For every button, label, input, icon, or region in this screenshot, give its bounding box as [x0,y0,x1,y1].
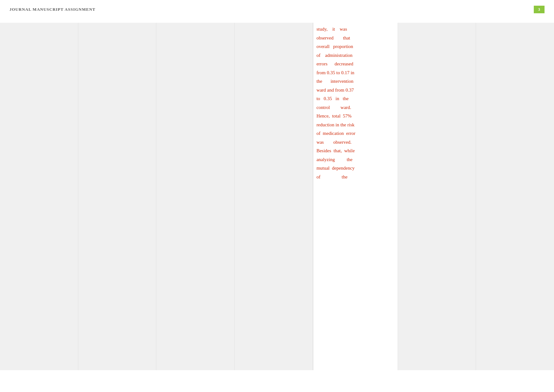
page-header: JOURNAL MANUSCRIPT ASSIGNMENT 3 [0,0,554,16]
text-line: of administration [316,51,394,60]
text-line: reduction in the risk [316,121,394,129]
text-line: analyzing the [316,156,394,164]
text-line: study, it was [316,25,394,33]
text-line: observed that [316,34,394,42]
page-number-badge: 3 [534,6,545,13]
column-7 [476,23,554,370]
column-1 [0,23,78,370]
text-line: mutual dependency [316,164,394,172]
text-line: overall proportion [316,43,394,51]
column-6 [398,23,476,370]
journal-title: JOURNAL MANUSCRIPT ASSIGNMENT [9,7,95,12]
text-line: of medication error [316,130,394,138]
text-line: ward and from 0.37 [316,86,394,94]
text-line: to 0.35 in the [316,95,394,103]
text-line: was observed. [316,138,394,147]
column-4 [235,23,313,370]
main-content: study, it wasobserved thatoverall propor… [0,16,554,370]
column-5-text: study, it wasobserved thatoverall propor… [313,23,398,370]
text-line: Hence, total 57% [316,112,394,120]
text-line: the intervention [316,77,394,86]
text-line: Besides that, while [316,147,394,155]
text-line: from 0.35 to 0.17 in [316,69,394,77]
text-line: errors decreased [316,60,394,68]
text-line: control ward. [316,104,394,112]
column-3 [156,23,235,370]
text-line: of the [316,173,394,181]
column-2 [78,23,157,370]
